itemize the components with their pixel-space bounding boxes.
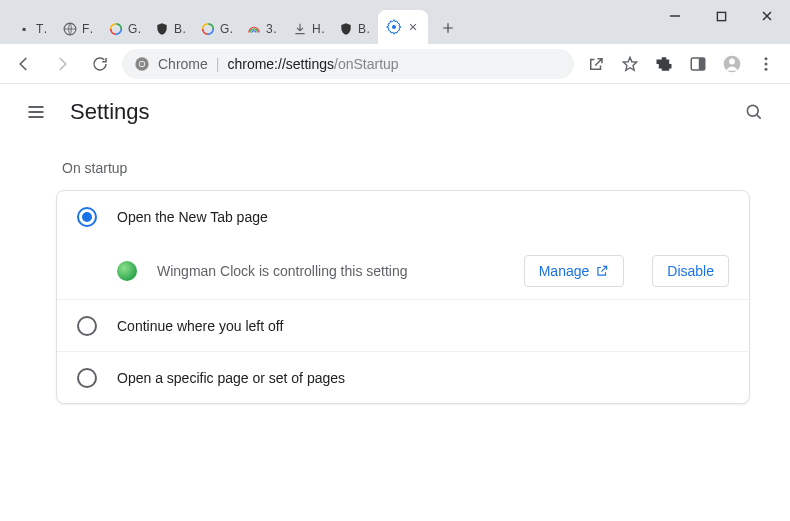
bookmark-button[interactable] [614,48,646,80]
tab-label: Be [174,22,186,36]
maximize-button[interactable] [698,0,744,32]
radio-option-continue[interactable]: Continue where you left off [57,299,749,351]
favicon-shield-icon [154,21,170,37]
omnibox-path: /onStartup [334,56,399,72]
extension-controlled-text: Wingman Clock is controlling this settin… [157,263,504,279]
page-title: Settings [70,99,150,125]
radio-icon [77,207,97,227]
extension-controlled-notice: Wingman Clock is controlling this settin… [57,243,749,299]
svg-point-20 [765,67,768,70]
favicon-rainbow-icon [246,21,262,37]
close-tab-icon[interactable] [406,20,420,34]
settings-header: Settings [0,84,790,140]
extension-icon [117,261,137,281]
svg-point-18 [765,57,768,60]
new-tab-button[interactable] [434,14,462,42]
reload-button[interactable] [84,48,116,80]
radio-option-new-tab[interactable]: Open the New Tab page [57,191,749,243]
disable-extension-button[interactable]: Disable [652,255,729,287]
open-external-icon [595,264,609,278]
favicon-download-icon [292,21,308,37]
section-title: On startup [62,160,750,176]
radio-label: Continue where you left off [117,318,283,334]
minimize-button[interactable] [652,0,698,32]
favicon-shield-icon [338,21,354,37]
chrome-menu-button[interactable] [750,48,782,80]
tab[interactable]: Ho [286,14,330,44]
svg-point-19 [765,62,768,65]
tab[interactable]: Be [332,14,376,44]
extensions-button[interactable] [648,48,680,80]
tab-label: Go [220,22,232,36]
favicon-settings-gear-icon [386,19,402,35]
radio-icon [77,368,97,388]
chrome-logo-icon [134,56,150,72]
svg-rect-15 [699,58,705,70]
favicon-generic-icon: ▪ [16,21,32,37]
omnibox-domain: chrome://settings [227,56,334,72]
svg-point-9 [392,25,396,29]
tab-label: Go [128,22,140,36]
search-settings-button[interactable] [738,96,770,128]
tab-label: 3B [266,22,278,36]
svg-point-13 [140,61,145,66]
tab-label: Be [358,22,370,36]
radio-label: Open a specific page or set of pages [117,370,345,386]
tab[interactable]: 3B [240,14,284,44]
svg-point-21 [747,105,758,116]
side-panel-button[interactable] [682,48,714,80]
tab-strip: ▪ Th Fil Go Be Go [0,0,462,44]
tab[interactable]: ▪ Th [10,14,54,44]
manage-label: Manage [539,263,590,279]
radio-icon [77,316,97,336]
omnibox-chip-label: Chrome [158,56,208,72]
tab[interactable]: Fil [56,14,100,44]
radio-label: Open the New Tab page [117,209,268,225]
on-startup-card: Open the New Tab page Wingman Clock is c… [56,190,750,404]
back-button[interactable] [8,48,40,80]
window-titlebar: ▪ Th Fil Go Be Go [0,0,790,44]
hamburger-menu-button[interactable] [20,96,52,128]
forward-button[interactable] [46,48,78,80]
window-controls [652,0,790,32]
tab-label: Ho [312,22,324,36]
profile-button[interactable] [716,48,748,80]
close-window-button[interactable] [744,0,790,32]
manage-extension-button[interactable]: Manage [524,255,625,287]
svg-rect-10 [717,12,725,20]
settings-content: On startup Open the New Tab page Wingman… [0,140,790,404]
tab[interactable]: Be [148,14,192,44]
radio-option-specific-pages[interactable]: Open a specific page or set of pages [57,351,749,403]
tab[interactable]: Go [194,14,238,44]
tab-label: Fil [82,22,94,36]
toolbar-right-icons [580,48,782,80]
share-button[interactable] [580,48,612,80]
browser-toolbar: Chrome | chrome://settings/onStartup [0,44,790,84]
address-bar[interactable]: Chrome | chrome://settings/onStartup [122,49,574,79]
svg-point-17 [729,58,735,64]
favicon-google-icon [200,21,216,37]
tab[interactable]: Go [102,14,146,44]
favicon-globe-icon [62,21,78,37]
tab-active[interactable] [378,10,428,44]
disable-label: Disable [667,263,714,279]
favicon-google-icon [108,21,124,37]
tab-label: Th [36,22,48,36]
